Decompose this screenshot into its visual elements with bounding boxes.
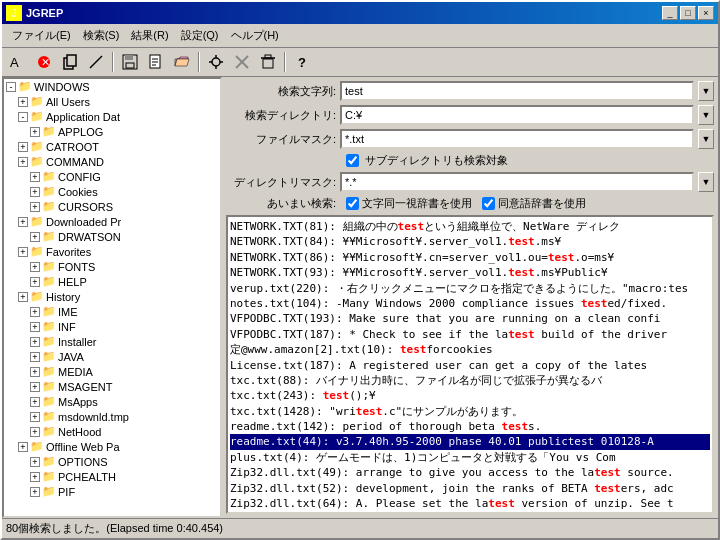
list-item[interactable]: -📁Application Dat xyxy=(4,109,220,124)
tree-expander-icon[interactable]: + xyxy=(30,367,40,377)
toolbar-stop-btn[interactable]: ✕ xyxy=(32,51,56,73)
list-item[interactable]: +📁HELP xyxy=(4,274,220,289)
list-item[interactable]: +📁msdownld.tmp xyxy=(4,409,220,424)
list-item[interactable]: Zip32.dll.txt(52): development, join the… xyxy=(230,481,710,496)
tree-expander-icon[interactable]: + xyxy=(18,442,28,452)
list-item[interactable]: readme.txt(142): period of thorough beta… xyxy=(230,419,710,434)
list-item[interactable]: Zip32.dll.txt(64): A. Please set the lat… xyxy=(230,496,710,511)
toolbar-edit-btn[interactable] xyxy=(84,51,108,73)
menu-help[interactable]: ヘルプ(H) xyxy=(225,26,285,45)
tree-expander-icon[interactable]: + xyxy=(30,232,40,242)
tree-expander-icon[interactable]: - xyxy=(18,112,28,122)
list-item[interactable]: +📁CONFIG xyxy=(4,169,220,184)
list-item[interactable]: 定@www.amazon[2].txt(10): testforcookies xyxy=(230,342,710,357)
search-input[interactable] xyxy=(340,81,694,101)
fuzzy-checkbox-1[interactable] xyxy=(346,197,359,210)
tree-expander-icon[interactable]: + xyxy=(18,292,28,302)
list-item[interactable]: txc.txt(88): バイナリ出力時に、ファイル名が同じで拡張子が異なるバ xyxy=(230,373,710,388)
tree-expander-icon[interactable]: + xyxy=(30,307,40,317)
mask-dropdown-btn[interactable]: ▼ xyxy=(698,129,714,149)
toolbar-find-btn[interactable]: A xyxy=(6,51,30,73)
tree-expander-icon[interactable]: + xyxy=(18,97,28,107)
list-item[interactable]: txc.txt(1428): "writest.c"にサンプルがあります。 xyxy=(230,404,710,419)
tree-expander-icon[interactable]: + xyxy=(30,427,40,437)
toolbar-help-btn[interactable]: ? xyxy=(290,51,314,73)
tree-expander-icon[interactable]: + xyxy=(30,172,40,182)
tree-root[interactable]: - 📁 WINDOWS xyxy=(4,79,220,94)
tree-expander-icon[interactable]: + xyxy=(18,217,28,227)
list-item[interactable]: txc.txt(243): test();¥ xyxy=(230,388,710,403)
toolbar-delete-btn[interactable] xyxy=(256,51,280,73)
tree-expander-icon[interactable]: + xyxy=(30,472,40,482)
file-tree[interactable]: - 📁 WINDOWS +📁All Users-📁Application Dat… xyxy=(2,77,222,518)
tree-expander-icon[interactable]: + xyxy=(30,127,40,137)
maximize-button[interactable]: □ xyxy=(680,6,696,20)
list-item[interactable]: License.txt(187): A registered user can … xyxy=(230,358,710,373)
list-item[interactable]: NETWORK.TXT(93): ¥¥Microsoft¥.server_vol… xyxy=(230,265,710,280)
list-item[interactable]: Zip32.dll.txt(49): arrange to give you a… xyxy=(230,465,710,480)
list-item[interactable]: +📁COMMAND xyxy=(4,154,220,169)
list-item[interactable]: +📁PCHEALTH xyxy=(4,469,220,484)
tree-expander-icon[interactable]: + xyxy=(30,202,40,212)
tree-expander-icon[interactable]: + xyxy=(30,412,40,422)
list-item[interactable]: +📁Cookies xyxy=(4,184,220,199)
dir-dropdown-btn[interactable]: ▼ xyxy=(698,105,714,125)
list-item[interactable]: +📁All Users xyxy=(4,94,220,109)
tree-expander-icon[interactable]: + xyxy=(30,397,40,407)
dirmask-input[interactable] xyxy=(340,172,694,192)
toolbar-copy-btn[interactable] xyxy=(58,51,82,73)
list-item[interactable]: +📁FONTS xyxy=(4,259,220,274)
list-item[interactable]: readme.txt(44): v3.7.40h.95-2000 phase 4… xyxy=(230,434,710,449)
list-item[interactable]: +📁NetHood xyxy=(4,424,220,439)
list-item[interactable]: NETWORK.TXT(81): 組織の中のtestという組織単位で、NetWa… xyxy=(230,219,710,234)
root-expander[interactable]: - xyxy=(6,82,16,92)
list-item[interactable]: NETWORK.TXT(84): ¥¥Microsoft¥.server_vol… xyxy=(230,234,710,249)
tree-expander-icon[interactable]: + xyxy=(30,187,40,197)
list-item[interactable]: +📁IME xyxy=(4,304,220,319)
list-item[interactable]: VFPODBC.TXT(193): Make sure that you are… xyxy=(230,311,710,326)
list-item[interactable]: +📁MEDIA xyxy=(4,364,220,379)
list-item[interactable]: plus.txt(4): ゲームモードは、1)コンピュータと対戦する「You v… xyxy=(230,450,710,465)
toolbar-tools-btn[interactable] xyxy=(230,51,254,73)
toolbar-open-btn[interactable] xyxy=(170,51,194,73)
mask-input[interactable] xyxy=(340,129,694,149)
menu-search[interactable]: 検索(S) xyxy=(77,26,126,45)
list-item[interactable]: notes.txt(104): -Many Windows 2000 compl… xyxy=(230,296,710,311)
tree-expander-icon[interactable]: + xyxy=(18,142,28,152)
list-item[interactable]: +📁JAVA xyxy=(4,349,220,364)
list-item[interactable]: +📁Favorites xyxy=(4,244,220,259)
minimize-button[interactable]: _ xyxy=(662,6,678,20)
toolbar-save-btn[interactable] xyxy=(118,51,142,73)
list-item[interactable]: +📁MSAGENT xyxy=(4,379,220,394)
list-item[interactable]: +📁PIF xyxy=(4,484,220,499)
tree-expander-icon[interactable]: + xyxy=(30,262,40,272)
list-item[interactable]: NETWORK.TXT(86): ¥¥Microsoft¥.cn=server_… xyxy=(230,250,710,265)
menu-file[interactable]: ファイル(E) xyxy=(6,26,77,45)
fuzzy-checkbox-2[interactable] xyxy=(482,197,495,210)
list-item[interactable]: +📁INF xyxy=(4,319,220,334)
tree-expander-icon[interactable]: + xyxy=(30,277,40,287)
list-item[interactable]: +📁Offline Web Pa xyxy=(4,439,220,454)
list-item[interactable]: +📁OPTIONS xyxy=(4,454,220,469)
menu-results[interactable]: 結果(R) xyxy=(125,26,174,45)
list-item[interactable]: Zip32.dll.txt(83): A. You may redistribu… xyxy=(230,511,710,514)
tree-expander-icon[interactable]: + xyxy=(30,457,40,467)
close-button[interactable]: × xyxy=(698,6,714,20)
list-item[interactable]: +📁CURSORS xyxy=(4,199,220,214)
dirmask-dropdown-btn[interactable]: ▼ xyxy=(698,172,714,192)
dir-input[interactable] xyxy=(340,105,694,125)
tree-expander-icon[interactable]: + xyxy=(30,322,40,332)
tree-expander-icon[interactable]: + xyxy=(30,352,40,362)
list-item[interactable]: +📁History xyxy=(4,289,220,304)
list-item[interactable]: +📁MsApps xyxy=(4,394,220,409)
subdir-checkbox[interactable] xyxy=(346,154,359,167)
search-dropdown-btn[interactable]: ▼ xyxy=(698,81,714,101)
list-item[interactable]: +📁Installer xyxy=(4,334,220,349)
list-item[interactable]: +📁DRWATSON xyxy=(4,229,220,244)
list-item[interactable]: +📁Downloaded Pr xyxy=(4,214,220,229)
list-item[interactable]: verup.txt(220): ・右クリックメニューにマクロを指定できるようにし… xyxy=(230,281,710,296)
list-item[interactable]: +📁CATROOT xyxy=(4,139,220,154)
tree-expander-icon[interactable]: + xyxy=(30,487,40,497)
tree-expander-icon[interactable]: + xyxy=(18,157,28,167)
list-item[interactable]: VFPODBC.TXT(187): * Check to see if the … xyxy=(230,327,710,342)
